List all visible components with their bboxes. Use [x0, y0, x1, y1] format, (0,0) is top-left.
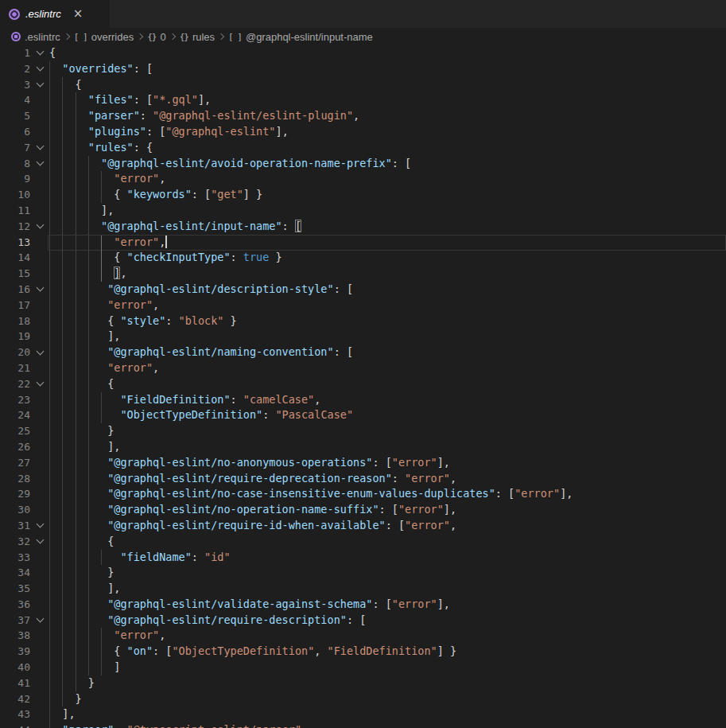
code-line[interactable]: }: [49, 675, 726, 691]
code-line[interactable]: ],: [49, 581, 726, 597]
line-number[interactable]: 40: [0, 660, 30, 675]
code-line[interactable]: ],: [49, 203, 726, 219]
code-line[interactable]: ],: [49, 707, 726, 722]
line-number[interactable]: 18: [0, 313, 30, 329]
breadcrumb-item[interactable]: [ ]overrides: [74, 31, 134, 43]
fold-toggle[interactable]: [30, 219, 49, 235]
line-number[interactable]: 26: [0, 439, 30, 455]
line-number[interactable]: 11: [0, 203, 30, 219]
line-number[interactable]: 31: [0, 518, 30, 534]
line-number[interactable]: 13: [0, 235, 30, 251]
line-number[interactable]: 4: [0, 92, 30, 108]
line-number[interactable]: 23: [0, 392, 30, 408]
editor[interactable]: 1{2 "overrides": [3 {4 "files": ["*.gql"…: [0, 45, 726, 728]
code-line[interactable]: "fieldName": "id": [49, 550, 726, 566]
line-number[interactable]: 21: [0, 360, 30, 376]
line-number[interactable]: 43: [0, 707, 30, 722]
fold-toggle[interactable]: [30, 534, 49, 550]
line-number[interactable]: 9: [0, 171, 30, 187]
fold-toggle[interactable]: [30, 518, 49, 534]
code-line[interactable]: "@graphql-eslint/no-case-insensitive-enu…: [49, 486, 726, 502]
fold-toggle[interactable]: [30, 376, 49, 392]
code-line[interactable]: }: [49, 565, 726, 581]
fold-toggle[interactable]: [30, 613, 49, 629]
line-number[interactable]: 28: [0, 471, 30, 487]
line-number[interactable]: 12: [0, 219, 30, 235]
line-number[interactable]: 14: [0, 250, 30, 266]
fold-toggle[interactable]: [30, 345, 49, 360]
line-number[interactable]: 37: [0, 613, 30, 629]
code-line[interactable]: "@graphql-eslint/description-style": [: [49, 282, 726, 298]
code-line[interactable]: {: [49, 376, 726, 392]
fold-toggle[interactable]: [30, 156, 49, 172]
code-line[interactable]: "parser": "@graphql-eslint/eslint-plugin…: [49, 108, 726, 124]
code-line[interactable]: "plugins": ["@graphql-eslint"],: [49, 124, 726, 140]
code-line[interactable]: {: [49, 45, 726, 61]
line-number[interactable]: 41: [0, 675, 30, 691]
code-line[interactable]: "@graphql-eslint/input-name": [: [49, 219, 726, 235]
line-number[interactable]: 22: [0, 376, 30, 392]
line-number[interactable]: 36: [0, 597, 30, 613]
fold-toggle[interactable]: [30, 61, 49, 77]
line-number[interactable]: 17: [0, 298, 30, 313]
fold-toggle[interactable]: [30, 282, 49, 298]
code-line[interactable]: "@graphql-eslint/no-operation-name-suffi…: [49, 502, 726, 518]
breadcrumb-item[interactable]: {}rules: [180, 31, 215, 43]
line-number[interactable]: 38: [0, 628, 30, 644]
close-icon[interactable]: ×: [73, 8, 83, 20]
code-line[interactable]: }: [49, 423, 726, 439]
line-number[interactable]: 7: [0, 140, 30, 156]
code-line[interactable]: { "keywords": ["get"] }: [49, 187, 726, 203]
line-number[interactable]: 42: [0, 691, 30, 707]
line-number[interactable]: 29: [0, 486, 30, 502]
code-line[interactable]: "overrides": [: [49, 61, 726, 77]
breadcrumb-item[interactable]: .eslintrc: [11, 31, 60, 43]
code-line[interactable]: "@graphql-eslint/require-id-when-availab…: [49, 518, 726, 534]
code-line[interactable]: "parser": "@typescript-eslint/parser": [49, 722, 726, 728]
line-number[interactable]: 2: [0, 61, 30, 77]
line-number[interactable]: 1: [0, 45, 30, 61]
breadcrumb-item[interactable]: {}0: [147, 31, 165, 43]
line-number[interactable]: 19: [0, 329, 30, 345]
code-line[interactable]: { "style": "block" }: [49, 313, 726, 329]
line-number[interactable]: 30: [0, 502, 30, 518]
line-number[interactable]: 39: [0, 644, 30, 660]
code-line[interactable]: { "checkInputType": true }: [49, 250, 726, 266]
breadcrumb-item[interactable]: [ ]@graphql-eslint/input-name: [228, 31, 373, 43]
line-number[interactable]: 32: [0, 534, 30, 550]
code-line[interactable]: {: [49, 77, 726, 93]
code-line[interactable]: "@graphql-eslint/require-description": [: [49, 613, 726, 629]
code-line[interactable]: "error",: [49, 171, 726, 187]
code-line[interactable]: "@graphql-eslint/require-deprecation-rea…: [49, 471, 726, 487]
line-number[interactable]: 6: [0, 124, 30, 140]
line-number[interactable]: 24: [0, 407, 30, 423]
code-line[interactable]: "error",: [49, 628, 726, 644]
code-line[interactable]: "@graphql-eslint/avoid-operation-name-pr…: [49, 156, 726, 172]
line-number[interactable]: 8: [0, 156, 30, 172]
code-line[interactable]: ],: [49, 439, 726, 455]
line-number[interactable]: 34: [0, 565, 30, 581]
code-line[interactable]: "rules": {: [49, 140, 726, 156]
code-line[interactable]: { "on": ["ObjectTypeDefinition", "FieldD…: [49, 644, 726, 660]
code-line[interactable]: "files": ["*.gql"],: [49, 92, 726, 108]
code-line[interactable]: "@graphql-eslint/naming-convention": [: [49, 345, 726, 360]
line-number[interactable]: 16: [0, 282, 30, 298]
fold-toggle[interactable]: [30, 140, 49, 156]
line-number[interactable]: 44: [0, 722, 30, 728]
code-line[interactable]: "@graphql-eslint/validate-against-schema…: [49, 597, 726, 613]
line-number[interactable]: 15: [0, 266, 30, 282]
tab-eslintrc[interactable]: .eslintrc ×: [0, 0, 110, 28]
line-number[interactable]: 10: [0, 187, 30, 203]
code-line[interactable]: {: [49, 534, 726, 550]
code-line[interactable]: "@graphql-eslint/no-anonymous-operations…: [49, 455, 726, 471]
line-number[interactable]: 27: [0, 455, 30, 471]
code-line[interactable]: "error",: [49, 360, 726, 376]
line-number[interactable]: 35: [0, 581, 30, 597]
line-number[interactable]: 20: [0, 345, 30, 360]
line-number[interactable]: 5: [0, 108, 30, 124]
line-number[interactable]: 33: [0, 550, 30, 566]
fold-toggle[interactable]: [30, 77, 49, 93]
code-line[interactable]: "ObjectTypeDefinition": "PascalCase": [49, 407, 726, 423]
line-number[interactable]: 25: [0, 423, 30, 439]
code-line[interactable]: "FieldDefinition": "camelCase",: [49, 392, 726, 408]
